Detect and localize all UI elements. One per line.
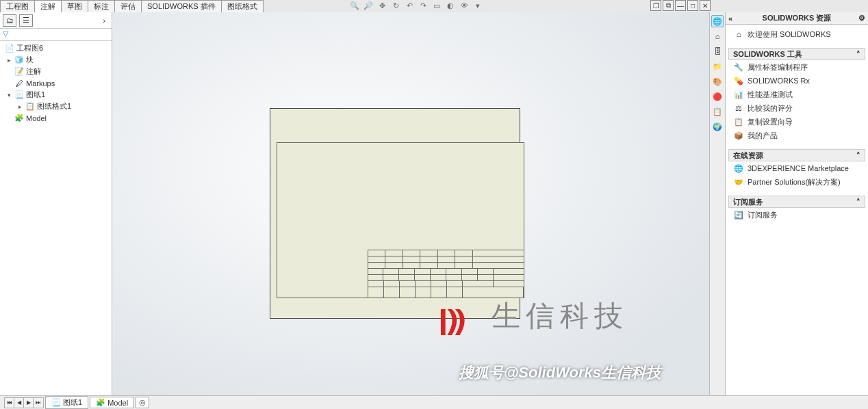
markup-icon: 🖊 <box>14 79 25 88</box>
tree-root[interactable]: 📄 工程图6 <box>0 42 112 54</box>
tool-benchmark-label: 性能基准测试 <box>748 90 793 100</box>
pan-icon[interactable]: ✥ <box>376 0 387 11</box>
tool-compare-label: 比较我的评分 <box>748 103 793 114</box>
filter-icon[interactable]: ▽ <box>3 29 8 38</box>
annotation-icon: 📝 <box>14 67 25 77</box>
properties-tab-icon[interactable]: 📋 <box>711 105 724 118</box>
pin-icon[interactable]: « <box>728 14 732 23</box>
cascade-icon[interactable]: ⧉ <box>663 0 674 11</box>
fm-tab-2-icon[interactable]: ☰ <box>19 14 33 27</box>
restore-icon[interactable]: ❐ <box>650 0 661 11</box>
gear-icon[interactable]: ⚙ <box>858 14 865 23</box>
window-controls: ❐ ⧉ — □ ✕ <box>650 0 711 11</box>
tab-drawing[interactable]: 工程图 <box>0 0 35 12</box>
tool-myproducts[interactable]: 📦我的产品 <box>728 129 865 142</box>
eye-icon[interactable]: 👁 <box>459 0 470 11</box>
welcome-link[interactable]: ⌂ 欢迎使用 SOLIDWORKS <box>728 27 865 41</box>
undo-view-icon[interactable]: ↶ <box>404 0 415 11</box>
fm-expand-icon[interactable]: › <box>99 16 109 25</box>
tool-compare[interactable]: ⚖比较我的评分 <box>728 101 865 115</box>
more-view-icon[interactable]: ▾ <box>472 0 483 11</box>
resources-tab-icon[interactable]: 🌐 <box>711 15 724 27</box>
zoom-area-icon[interactable]: 🔎 <box>363 0 374 11</box>
tab-evaluate[interactable]: 评估 <box>114 0 142 12</box>
subscription-icon: 🔄 <box>734 210 743 220</box>
minimize-icon[interactable]: — <box>675 0 686 11</box>
section-tools-header[interactable]: SOLIDWORKS 工具 ˄ <box>728 48 865 60</box>
display-style-icon[interactable]: ▭ <box>431 0 442 11</box>
view-toolbar: 🔍 🔎 ✥ ↻ ↶ ↷ ▭ ◐ 👁 ▾ <box>349 0 483 11</box>
collapse-icon[interactable]: ▾ <box>5 92 12 98</box>
taskpane-tabs: 🌐 ⌂ 🗄 📁 🎨 🔴 📋 🌍 <box>709 12 726 395</box>
tool-propertytab[interactable]: 🔧属性标签编制程序 <box>728 60 865 74</box>
file-explorer-tab-icon[interactable]: 📁 <box>711 60 724 72</box>
hide-show-icon[interactable]: ◐ <box>445 0 456 11</box>
sheet-icon: 📃 <box>51 398 61 407</box>
rotate-icon[interactable]: ↻ <box>390 0 401 11</box>
section-online-header[interactable]: 在线资源 ˄ <box>728 149 865 161</box>
nav-last-icon[interactable]: ⏭ <box>34 398 43 408</box>
sheet-nav: ⏮ ◀ ▶ ⏭ <box>4 397 44 408</box>
section-online-label: 在线资源 <box>733 150 763 161</box>
partner-icon: 🤝 <box>734 177 743 187</box>
model-tab-label: Model <box>107 399 128 407</box>
blocks-icon: 🧊 <box>14 55 25 65</box>
expand-icon[interactable]: ▸ <box>5 57 12 64</box>
tree-sheetformat1[interactable]: ▸ 📋 图纸格式1 <box>0 101 112 112</box>
add-sheet-button[interactable]: ◎ <box>136 397 149 408</box>
maximize-icon[interactable]: □ <box>687 0 698 11</box>
redo-view-icon[interactable]: ↷ <box>418 0 429 11</box>
nav-first-icon[interactable]: ⏮ <box>5 398 14 408</box>
copysettings-icon: 📋 <box>734 117 743 127</box>
tab-dimension[interactable]: 标注 <box>88 0 115 12</box>
model-tab[interactable]: 🧩Model <box>90 397 134 408</box>
home-tab-icon[interactable]: ⌂ <box>711 30 724 42</box>
watermark-text-2: 搜狐号@SolidWorks生信科技 <box>459 362 661 383</box>
expand-icon[interactable]: ▸ <box>16 103 23 110</box>
tree-markups-label: Markups <box>26 79 55 88</box>
online-marketplace[interactable]: 🌐3DEXPERIENCE Marketplace <box>728 161 865 175</box>
zoom-fit-icon[interactable]: 🔍 <box>349 0 360 11</box>
close-icon[interactable]: ✕ <box>700 0 711 11</box>
drawing-sheet-inner <box>277 142 524 298</box>
view-palette-tab-icon[interactable]: 🎨 <box>711 75 724 88</box>
bottom-tab-bar: ⏮ ◀ ▶ ⏭ 📃图纸1 🧩Model ◎ <box>0 395 868 409</box>
tab-sketch[interactable]: 草图 <box>61 0 88 12</box>
sheet-tab-1[interactable]: 📃图纸1 <box>45 396 88 409</box>
tree-sheet1[interactable]: ▾ 📃 图纸1 <box>0 89 112 101</box>
fm-tab-1-icon[interactable]: 🗂 <box>3 14 16 27</box>
watermark-text-1: 生信科技 <box>492 297 628 335</box>
section-subscription-header[interactable]: 订阅服务 ˄ <box>728 196 865 208</box>
tab-sheetformat[interactable]: 图纸格式 <box>221 0 264 12</box>
appearances-tab-icon[interactable]: 🔴 <box>711 90 724 103</box>
tool-propertytab-label: 属性标签编制程序 <box>748 62 808 72</box>
tree-blocks[interactable]: ▸ 🧊 块 <box>0 54 112 66</box>
tree-model[interactable]: 🧩 Model <box>0 112 112 124</box>
tool-copysettings[interactable]: 📋复制设置向导 <box>728 115 865 129</box>
drawing-canvas[interactable]: 生信科技 搜狐号@SolidWorks生信科技 <box>112 12 709 395</box>
tool-myproducts-label: 我的产品 <box>748 131 778 141</box>
tool-copysettings-label: 复制设置向导 <box>748 117 793 127</box>
tree-annotations-label: 注解 <box>26 66 41 77</box>
tree-annotations[interactable]: 📝 注解 <box>0 66 112 77</box>
top-menu-tabs: 工程图 注解 草图 标注 评估 SOLIDWORKS 插件 图纸格式 <box>0 0 263 12</box>
chevron-up-icon: ˄ <box>856 50 860 59</box>
nav-prev-icon[interactable]: ◀ <box>14 398 24 408</box>
forum-tab-icon[interactable]: 🌍 <box>711 120 724 133</box>
welcome-label: 欢迎使用 SOLIDWORKS <box>748 29 831 40</box>
tool-rx[interactable]: 💊SOLIDWORKS Rx <box>728 74 865 88</box>
subscription-link-label: 订阅服务 <box>748 210 778 220</box>
tab-addins[interactable]: SOLIDWORKS 插件 <box>141 0 222 12</box>
tree-markups[interactable]: 🖊 Markups <box>0 77 112 89</box>
online-partner[interactable]: 🤝Partner Solutions(解决方案) <box>728 175 865 189</box>
tool-benchmark[interactable]: 📊性能基准测试 <box>728 88 865 101</box>
sheet-icon: 📃 <box>14 90 25 100</box>
tree-sheetformat1-label: 图纸格式1 <box>37 101 71 111</box>
online-marketplace-label: 3DEXPERIENCE Marketplace <box>748 164 849 172</box>
tab-annotation[interactable]: 注解 <box>34 0 62 12</box>
subscription-link[interactable]: 🔄订阅服务 <box>728 208 865 222</box>
nav-next-icon[interactable]: ▶ <box>24 398 34 408</box>
marketplace-icon: 🌐 <box>734 163 743 173</box>
design-lib-tab-icon[interactable]: 🗄 <box>711 45 724 57</box>
section-subscription-label: 订阅服务 <box>733 197 763 207</box>
